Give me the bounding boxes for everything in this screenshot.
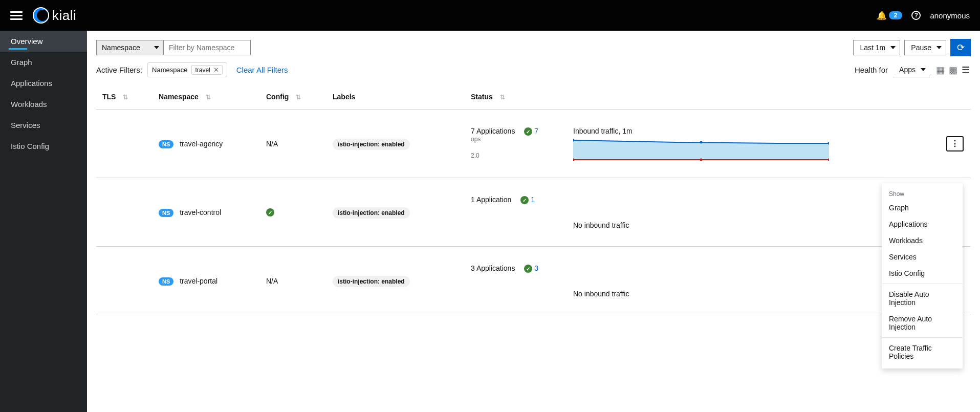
- username[interactable]: anonymous: [930, 11, 970, 20]
- menu-item-istio-config[interactable]: Istio Config: [882, 265, 963, 281]
- filter-chip: travel ✕: [191, 65, 222, 75]
- sidebar-item-workloads[interactable]: Workloads: [0, 94, 87, 115]
- sort-icon[interactable]: ⇅: [296, 94, 301, 101]
- view-small-grid-icon[interactable]: ▩: [948, 63, 959, 77]
- clear-filters-link[interactable]: Clear All Filters: [236, 66, 288, 74]
- status-ok-icon: ✓: [524, 127, 532, 136]
- apps-count-link[interactable]: 3: [534, 264, 538, 272]
- ns-badge: NS: [159, 209, 173, 217]
- remove-chip-icon[interactable]: ✕: [213, 66, 219, 74]
- app-name: kiali: [52, 8, 76, 24]
- sidebar-item-graph[interactable]: Graph: [0, 52, 87, 73]
- config-ok-icon: ✓: [266, 208, 274, 216]
- pause-value: Pause: [911, 44, 931, 52]
- col-config[interactable]: Config: [266, 93, 289, 101]
- apps-label: 1 Application: [471, 196, 511, 204]
- namespace-name[interactable]: travel-portal: [180, 277, 217, 285]
- namespace-name[interactable]: travel-control: [180, 208, 221, 216]
- caret-down-icon: [154, 46, 159, 49]
- refresh-icon: ⟳: [957, 42, 965, 53]
- filter-type-value: Namespace: [102, 44, 140, 52]
- menu-item-applications[interactable]: Applications: [882, 216, 963, 232]
- menu-toggle-icon[interactable]: [10, 9, 23, 22]
- ns-badge: NS: [159, 140, 173, 148]
- config-value: N/A: [266, 140, 278, 148]
- label-pill: istio-injection: enabled: [333, 207, 410, 219]
- sidebar-item-applications[interactable]: Applications: [0, 73, 87, 94]
- view-large-grid-icon[interactable]: ▦: [935, 63, 946, 77]
- table-row: NS travel-portal N/A istio-injection: en…: [96, 247, 971, 315]
- status-ok-icon: ✓: [520, 196, 529, 204]
- namespace-name[interactable]: travel-agency: [180, 140, 223, 148]
- table-row: NS travel-control ✓ istio-injection: ena…: [96, 178, 971, 247]
- topbar: kiali 🔔 2 ? anonymous: [0, 0, 980, 31]
- col-tls[interactable]: TLS: [102, 93, 116, 101]
- svg-point-2: [700, 141, 703, 143]
- col-status[interactable]: Status: [471, 93, 493, 101]
- caret-down-icon: [921, 68, 926, 71]
- sidebar-item-services[interactable]: Services: [0, 115, 87, 136]
- active-filters-label: Active Filters:: [96, 66, 142, 74]
- sort-icon[interactable]: ⇅: [500, 94, 505, 101]
- view-list-icon[interactable]: ☰: [961, 63, 971, 77]
- apps-label: 7 Applications: [471, 127, 515, 135]
- help-icon[interactable]: ?: [911, 11, 921, 20]
- overview-table: TLS ⇅ Namespace ⇅ Config ⇅ Labels: [96, 84, 971, 315]
- time-range-value: Last 1m: [860, 44, 885, 52]
- sort-icon[interactable]: ⇅: [123, 94, 128, 101]
- filter-chip-group: Namespace travel ✕: [147, 62, 227, 77]
- pause-select[interactable]: Pause: [904, 40, 946, 55]
- main-content: Namespace Last 1m Pause ⟳: [87, 31, 980, 412]
- row-actions-button[interactable]: ⋮: [946, 136, 964, 151]
- menu-item-workloads[interactable]: Workloads: [882, 232, 963, 249]
- sparkline-chart: [573, 137, 934, 161]
- label-pill: istio-injection: enabled: [333, 276, 410, 287]
- col-labels[interactable]: Labels: [333, 93, 355, 101]
- menu-item-disable-injection[interactable]: Disable Auto Injection: [882, 286, 963, 311]
- no-traffic-label: No inbound traffic: [573, 221, 629, 229]
- ns-badge: NS: [159, 277, 173, 286]
- col-namespace[interactable]: Namespace: [159, 93, 199, 101]
- ops-label: ops: [471, 136, 553, 143]
- yaxis-tick: 2.0: [471, 152, 553, 159]
- apps-label: 3 Applications: [471, 264, 515, 272]
- notifications-count: 2: [889, 11, 903, 19]
- toolbar-primary: Namespace Last 1m Pause ⟳: [87, 31, 980, 59]
- sidebar-item-istio-config[interactable]: Istio Config: [0, 136, 87, 157]
- sidebar: Overview Graph Applications Workloads Se…: [0, 31, 87, 412]
- sort-icon[interactable]: ⇅: [206, 94, 211, 101]
- health-for-label: Health for: [855, 66, 888, 74]
- inbound-traffic-label: Inbound traffic, 1m: [573, 127, 934, 135]
- notifications-button[interactable]: 🔔 2: [877, 11, 903, 20]
- menu-item-services[interactable]: Services: [882, 249, 963, 265]
- apps-count-link[interactable]: 1: [531, 196, 535, 204]
- filter-input[interactable]: [164, 40, 251, 55]
- filter-chip-value: travel: [195, 67, 210, 74]
- row-actions-menu: Show Graph Applications Workloads Servic…: [882, 183, 963, 368]
- refresh-button[interactable]: ⟳: [950, 39, 971, 56]
- apps-count-link[interactable]: 7: [534, 127, 538, 135]
- menu-section-label: Show: [882, 187, 963, 200]
- sidebar-item-overview[interactable]: Overview: [0, 31, 87, 52]
- filter-chip-group-label: Namespace: [152, 66, 187, 74]
- toolbar-filters: Active Filters: Namespace travel ✕ Clear…: [87, 59, 980, 84]
- app-logo[interactable]: kiali: [34, 8, 76, 24]
- caret-down-icon: [890, 46, 896, 49]
- time-range-select[interactable]: Last 1m: [853, 40, 900, 55]
- filter-type-select[interactable]: Namespace: [96, 40, 164, 55]
- label-pill: istio-injection: enabled: [333, 139, 410, 150]
- no-traffic-label: No inbound traffic: [573, 290, 629, 298]
- table-row: NS travel-agency N/A istio-injection: en…: [96, 110, 971, 178]
- status-ok-icon: ✓: [524, 265, 532, 273]
- caret-down-icon: [937, 46, 942, 49]
- bell-icon: 🔔: [877, 11, 887, 20]
- kebab-icon: ⋮: [951, 139, 959, 148]
- menu-item-graph[interactable]: Graph: [882, 200, 963, 216]
- health-for-select[interactable]: Apps: [893, 62, 930, 77]
- config-value: N/A: [266, 277, 278, 285]
- kiali-logo-icon: [34, 8, 49, 23]
- health-for-value: Apps: [899, 66, 916, 74]
- menu-item-remove-injection[interactable]: Remove Auto Injection: [882, 311, 963, 335]
- menu-item-create-policies[interactable]: Create Traffic Policies: [882, 340, 963, 364]
